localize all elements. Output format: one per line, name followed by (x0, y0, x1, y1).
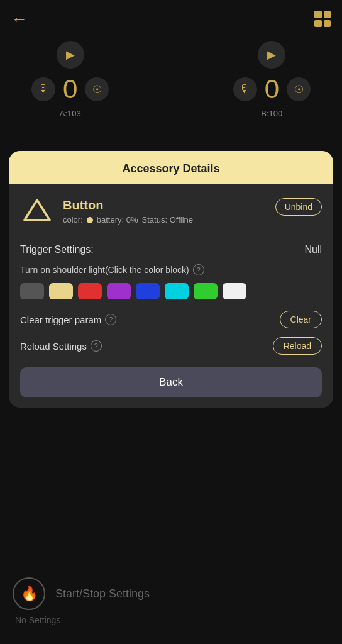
color-swatch-blue[interactable] (136, 283, 160, 299)
accessory-details-modal: Accessory Details Button color: battery:… (9, 151, 333, 408)
trigger-settings-row: Trigger Settings: Null (20, 244, 322, 255)
color-swatch-red[interactable] (78, 283, 102, 299)
color-dot (87, 217, 93, 223)
button-info-row: Button color: battery: 0% Status: Offlin… (20, 194, 322, 228)
clear-trigger-help-icon[interactable]: ? (105, 314, 116, 325)
color-swatch-yellow[interactable] (49, 283, 73, 299)
unbind-button[interactable]: Unbind (275, 198, 322, 216)
button-meta: Button color: battery: 0% Status: Offlin… (63, 198, 275, 225)
reload-help-icon[interactable]: ? (91, 340, 102, 352)
modal-body: Button color: battery: 0% Status: Offlin… (9, 184, 333, 408)
trigger-settings-value: Null (304, 244, 322, 255)
svg-marker-0 (25, 200, 50, 220)
color-swatch-green[interactable] (194, 283, 218, 299)
clear-trigger-row: Clear trigger param ? Clear (20, 311, 322, 328)
reload-button[interactable]: Reload (273, 337, 322, 355)
reload-settings-row: Reload Settings ? Reload (20, 337, 322, 355)
color-swatch-cyan[interactable] (165, 283, 189, 299)
battery-label: battery: 0% (97, 215, 138, 225)
modal-backdrop: Accessory Details Button color: battery:… (0, 0, 342, 644)
back-button[interactable]: Back (20, 367, 322, 397)
modal-header: Accessory Details (9, 151, 333, 184)
shoulder-light-section: Turn on shoulder light(Click the color b… (20, 264, 322, 275)
color-label: color: (63, 215, 83, 225)
reload-settings-label: Reload Settings ? (20, 340, 102, 352)
button-name: Button (63, 198, 275, 213)
color-swatches-row (20, 283, 322, 299)
shoulder-light-label: Turn on shoulder light(Click the color b… (20, 265, 189, 275)
trigger-settings-label: Trigger Settings: (20, 244, 94, 255)
color-swatch-purple[interactable] (107, 283, 131, 299)
button-details: color: battery: 0% Status: Offline (63, 215, 275, 225)
color-swatch-off[interactable] (20, 283, 44, 299)
modal-title: Accessory Details (122, 162, 219, 175)
clear-button[interactable]: Clear (280, 311, 322, 328)
shoulder-light-help-icon[interactable]: ? (193, 264, 204, 275)
triangle-icon (22, 196, 52, 226)
clear-trigger-label: Clear trigger param ? (20, 314, 116, 325)
button-icon-container (20, 194, 54, 228)
color-swatch-white[interactable] (223, 283, 246, 299)
divider-1 (20, 236, 322, 236)
status-label: Status: Offline (142, 215, 193, 225)
